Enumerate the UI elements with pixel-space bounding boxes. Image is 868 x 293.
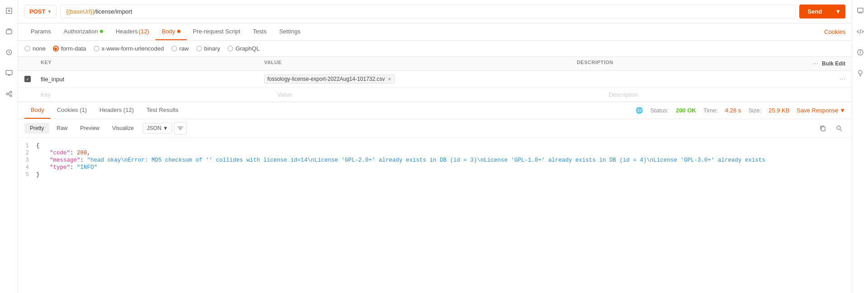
info-circle-icon[interactable] — [854, 46, 867, 59]
history-icon[interactable] — [3, 46, 15, 59]
check-col-header — [24, 60, 41, 68]
radio-raw — [171, 46, 177, 51]
tab-authorization-label: Authorization — [64, 28, 98, 35]
svg-rect-5 — [6, 70, 12, 74]
globe-icon: 🌐 — [636, 107, 643, 114]
empty-desc-cell[interactable]: Description — [609, 91, 845, 98]
tabs-list: Params Authorization Headers (12) Body P… — [24, 23, 307, 40]
tab-headers[interactable]: Headers (12) — [109, 23, 156, 40]
method-chevron-icon: ▼ — [47, 9, 52, 14]
actions-col-header: ··· Bulk Edit — [800, 60, 845, 68]
graph-icon[interactable] — [3, 88, 15, 100]
line-content-2: "code": 200, — [36, 150, 852, 156]
response-tab-cookies[interactable]: Cookies (1) — [51, 102, 93, 119]
code-line-4: 4 "type": "INFO" — [18, 164, 852, 171]
save-response-button[interactable]: Save Response ▼ — [797, 107, 845, 114]
time-value: 4.28 s — [725, 107, 741, 114]
response-tab-test-results[interactable]: Test Results — [140, 102, 185, 119]
line-content-4: "type": "INFO" — [36, 164, 852, 171]
body-type-none[interactable]: none — [24, 45, 46, 52]
svg-point-10 — [10, 95, 12, 97]
body-type-selector: none form-data x-www-form-urlencoded raw… — [18, 41, 852, 57]
body-type-binary-label: binary — [204, 45, 220, 52]
send-button[interactable]: Send ▼ — [799, 5, 845, 19]
tab-tests-label: Tests — [253, 28, 266, 35]
new-request-icon[interactable] — [3, 5, 15, 17]
desc-col-header: DESCRIPTION — [577, 60, 800, 68]
empty-desc-placeholder: Description — [609, 91, 638, 98]
body-type-urlencoded[interactable]: x-www-form-urlencoded — [94, 45, 164, 52]
body-type-form-data[interactable]: form-data — [53, 45, 86, 52]
empty-value-cell[interactable]: Value — [278, 91, 609, 98]
status-label: Status: — [650, 107, 668, 114]
time-label: Time: — [703, 107, 718, 114]
line-content-1: { — [36, 143, 852, 149]
tab-tests[interactable]: Tests — [246, 23, 273, 40]
body-type-raw[interactable]: raw — [171, 45, 189, 52]
cookies-link[interactable]: Cookies — [824, 28, 845, 35]
headers-count: (12) — [139, 28, 149, 35]
tab-settings-label: Settings — [279, 28, 301, 35]
code-line-2: 2 "code": 200, — [18, 149, 852, 157]
line-content-3: "message": "head okay\nError: MD5 checks… — [36, 157, 852, 163]
search-icon[interactable] — [833, 122, 845, 135]
bulk-edit-button[interactable]: Bulk Edit — [822, 60, 845, 67]
raw-button[interactable]: Raw — [51, 123, 73, 134]
format-select[interactable]: JSON ▼ — [143, 123, 172, 134]
row-checkbox[interactable]: ✓ — [24, 76, 31, 82]
tab-authorization[interactable]: Authorization — [57, 23, 109, 40]
filter-icon[interactable] — [174, 122, 187, 135]
monitor-icon[interactable] — [3, 67, 15, 79]
empty-key-cell[interactable]: Key — [41, 91, 278, 98]
send-arrow-icon: ▼ — [830, 5, 845, 19]
url-path: /license/import — [94, 8, 132, 15]
code-line-5: 5 } — [18, 171, 852, 178]
visualize-button[interactable]: Visualize — [107, 123, 139, 134]
chat-icon[interactable] — [854, 5, 867, 17]
row-key[interactable]: file_input — [41, 76, 264, 83]
collections-icon[interactable] — [3, 25, 15, 38]
svg-line-18 — [840, 130, 842, 131]
three-dots-icon[interactable]: ··· — [812, 60, 818, 68]
url-input-display[interactable]: {{baseUrl}} /license/import — [60, 5, 796, 19]
tab-pre-request[interactable]: Pre-request Script — [187, 23, 247, 40]
pretty-button[interactable]: Pretty — [24, 123, 49, 134]
svg-point-9 — [10, 91, 12, 93]
body-type-form-data-label: form-data — [61, 45, 86, 52]
tab-body[interactable]: Body — [156, 23, 187, 40]
svg-line-11 — [8, 93, 10, 93]
line-num-5: 5 — [18, 172, 36, 178]
svg-rect-16 — [821, 127, 825, 131]
code-slash-icon[interactable] — [854, 25, 867, 38]
radio-none — [24, 46, 30, 51]
response-tab-headers-label: Headers (12) — [99, 107, 134, 113]
lightbulb-icon[interactable] — [854, 67, 867, 79]
row-three-dots-icon[interactable]: ··· — [840, 75, 845, 83]
row-actions: ··· — [800, 75, 845, 83]
save-response-label: Save Response — [797, 107, 838, 114]
response-tab-body[interactable]: Body — [24, 102, 51, 119]
response-tab-headers[interactable]: Headers (12) — [93, 102, 140, 119]
response-tabs-bar: Body Cookies (1) Headers (12) Test Resul… — [18, 102, 852, 119]
method-select[interactable]: POST ▼ — [24, 5, 57, 18]
preview-button[interactable]: Preview — [75, 123, 105, 134]
format-chevron-icon: ▼ — [163, 125, 168, 131]
file-remove-icon[interactable]: ✕ — [387, 76, 392, 82]
send-label: Send — [799, 5, 830, 19]
body-type-binary[interactable]: binary — [196, 45, 220, 52]
code-toolbar: Pretty Raw Preview Visualize JSON ▼ — [18, 119, 852, 138]
tab-settings[interactable]: Settings — [273, 23, 307, 40]
authorization-dot — [100, 30, 103, 33]
empty-table-row: Key Value Description — [18, 88, 852, 102]
file-tag: fossology-license-export-2022Aug14-10173… — [264, 74, 395, 84]
copy-icon[interactable] — [816, 122, 829, 135]
body-type-graphql[interactable]: GraphQL — [227, 45, 259, 52]
response-tab-cookies-label: Cookies (1) — [57, 107, 87, 113]
body-type-graphql-label: GraphQL — [236, 45, 259, 52]
row-value: fossology-license-export-2022Aug14-10173… — [264, 74, 577, 84]
tab-params[interactable]: Params — [24, 23, 57, 40]
line-content-5: } — [36, 172, 852, 178]
size-label: Size: — [748, 107, 761, 114]
tabs-bar: Params Authorization Headers (12) Body P… — [18, 23, 852, 41]
empty-key-placeholder: Key — [41, 91, 51, 98]
